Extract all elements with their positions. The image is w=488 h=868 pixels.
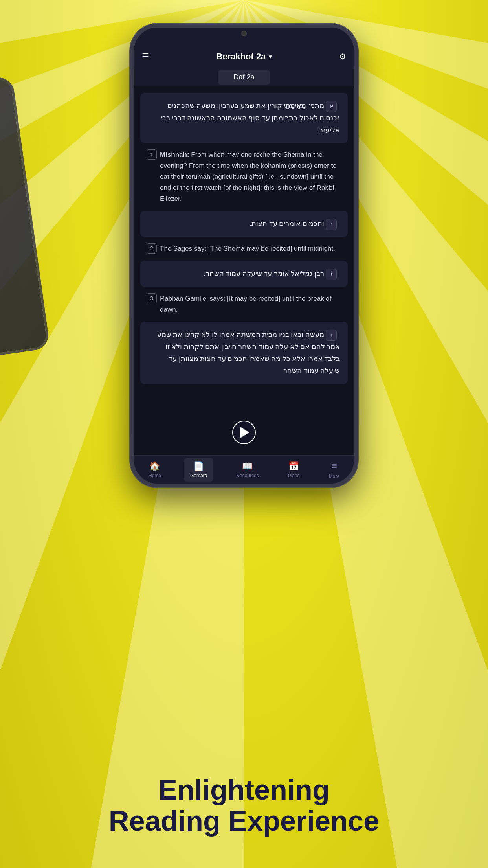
nav-label-plans: Plans xyxy=(288,473,300,478)
hebrew-marker-dalet: ד xyxy=(326,330,337,341)
play-button[interactable] xyxy=(232,421,256,444)
filter-icon[interactable]: ⚙ xyxy=(339,52,346,61)
segment-row-1: 1 Mishnah: From when may one recite the … xyxy=(147,149,341,204)
resources-icon: 📖 xyxy=(242,461,253,471)
hebrew-marker-gimel: ג xyxy=(326,269,337,280)
footer-text-container: Enlightening Reading Experience xyxy=(0,774,488,837)
english-block-3: 3 Rabban Gamliel says: [It may be recite… xyxy=(140,290,348,318)
hebrew-block-4: ד מעשה ובאו בניו מבית המשתה אמרו לו לא ק… xyxy=(140,322,348,384)
english-text-1: Mishnah: From when may one recite the Sh… xyxy=(160,149,341,204)
nav-label-more: More xyxy=(329,474,339,479)
nav-item-home[interactable]: 🏠 Home xyxy=(142,458,167,482)
plans-icon: 📅 xyxy=(288,461,299,471)
english-block-1: 1 Mishnah: From when may one recite the … xyxy=(140,146,348,208)
segment-number-2: 2 xyxy=(147,243,157,254)
hebrew-text-1: א מתני׳ מֵאֵימָתַי קורין את שמע בערבין. … xyxy=(148,100,340,136)
nav-label-home: Home xyxy=(149,473,161,478)
hebrew-text-3: ג רבן גמליאל אומר עד שיעלה עמוד השחר. xyxy=(148,268,340,280)
segment-row-3: 3 Rabban Gamliel says: [It may be recite… xyxy=(147,293,341,315)
phone-notch xyxy=(209,28,279,40)
bottom-nav: 🏠 Home 📄 Gemara 📖 Resources 📅 Plans ≡ Mo… xyxy=(134,455,354,484)
hebrew-block-1: א מתני׳ מֵאֵימָתַי קורין את שמע בערבין. … xyxy=(140,93,348,143)
hamburger-icon[interactable]: ☰ xyxy=(142,52,149,61)
home-icon: 🏠 xyxy=(149,461,160,471)
daf-label: Daf 2a xyxy=(218,70,270,85)
more-icon: ≡ xyxy=(331,460,337,472)
segment-row-2: 2 The Sages say: [The Shema may be recit… xyxy=(147,243,341,254)
nav-label-gemara: Gemara xyxy=(190,473,207,478)
english-text-2: The Sages say: [The Shema may be recited… xyxy=(160,243,335,254)
hebrew-marker-aleph: א xyxy=(326,101,337,112)
camera-lens xyxy=(241,31,247,36)
segment-number-3: 3 xyxy=(147,293,157,303)
english-block-2: 2 The Sages say: [The Shema may be recit… xyxy=(140,240,348,257)
chevron-down-icon: ▾ xyxy=(269,53,272,60)
hebrew-text-2: ב וחכמים אומרים עד חצות. xyxy=(148,218,340,230)
content-area[interactable]: א מתני׳ מֵאֵימָתַי קורין את שמע בערבין. … xyxy=(134,86,354,455)
english-text-3: Rabban Gamliel says: [It may be recited]… xyxy=(160,293,341,315)
gemara-icon: 📄 xyxy=(193,461,204,471)
nav-item-gemara[interactable]: 📄 Gemara xyxy=(184,458,213,482)
nav-item-resources[interactable]: 📖 Resources xyxy=(230,458,265,482)
app-header: ☰ Berakhot 2a ▾ ⚙ xyxy=(134,45,354,68)
phone-frame: ☰ Berakhot 2a ▾ ⚙ Daf 2a א מתני׳ מֵאֵימָ… xyxy=(130,24,358,487)
nav-item-plans[interactable]: 📅 Plans xyxy=(282,458,306,482)
hebrew-block-3: ג רבן גמליאל אומר עד שיעלה עמוד השחר. xyxy=(140,261,348,287)
hebrew-bold-word: מֵאֵימָתַי xyxy=(284,102,306,110)
footer-line1: Enlightening Reading Experience xyxy=(31,774,457,837)
daf-label-container: Daf 2a xyxy=(218,70,270,85)
nav-label-resources: Resources xyxy=(236,473,259,478)
play-icon xyxy=(240,427,249,438)
hebrew-block-2: ב וחכמים אומרים עד חצות. xyxy=(140,211,348,237)
phone-container: ☰ Berakhot 2a ▾ ⚙ Daf 2a א מתני׳ מֵאֵימָ… xyxy=(130,24,358,487)
hebrew-text-4: ד מעשה ובאו בניו מבית המשתה אמרו לו לא ק… xyxy=(148,329,340,377)
header-title-text: Berakhot 2a xyxy=(216,51,266,62)
segment-number-1: 1 xyxy=(147,149,157,160)
header-title-group[interactable]: Berakhot 2a ▾ xyxy=(216,51,272,62)
nav-item-more[interactable]: ≡ More xyxy=(323,457,346,482)
hebrew-marker-bet: ב xyxy=(326,219,337,230)
